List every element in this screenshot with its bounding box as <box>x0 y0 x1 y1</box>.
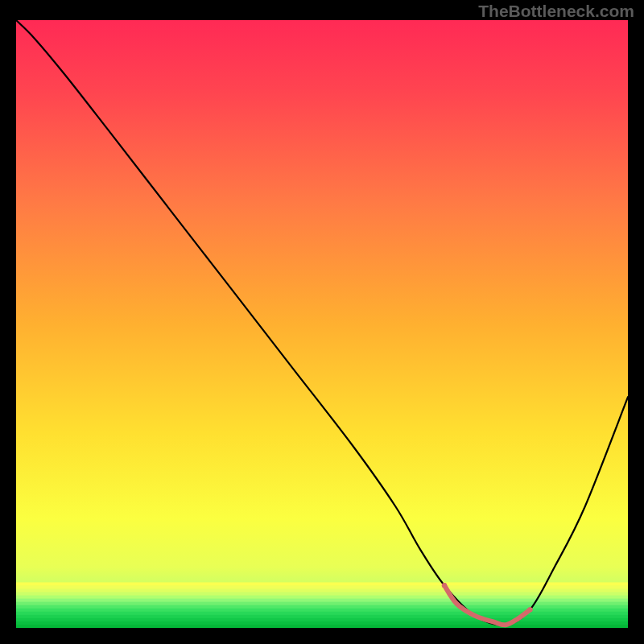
svg-rect-4 <box>16 592 628 597</box>
svg-rect-5 <box>16 596 628 600</box>
svg-rect-8 <box>16 605 628 609</box>
chart-svg <box>16 20 628 628</box>
svg-rect-0 <box>16 20 628 628</box>
svg-rect-12 <box>16 618 628 622</box>
plot-area <box>16 20 628 628</box>
svg-point-16 <box>527 607 532 612</box>
svg-rect-2 <box>16 585 628 589</box>
svg-rect-10 <box>16 612 628 616</box>
svg-rect-11 <box>16 615 628 619</box>
svg-rect-13 <box>16 621 628 625</box>
svg-rect-3 <box>16 588 628 592</box>
chart-container: TheBottleneck.com <box>0 0 644 644</box>
watermark: TheBottleneck.com <box>478 2 634 21</box>
svg-rect-14 <box>16 625 628 628</box>
svg-rect-9 <box>16 609 628 613</box>
svg-rect-1 <box>16 582 628 586</box>
svg-point-15 <box>442 583 447 588</box>
